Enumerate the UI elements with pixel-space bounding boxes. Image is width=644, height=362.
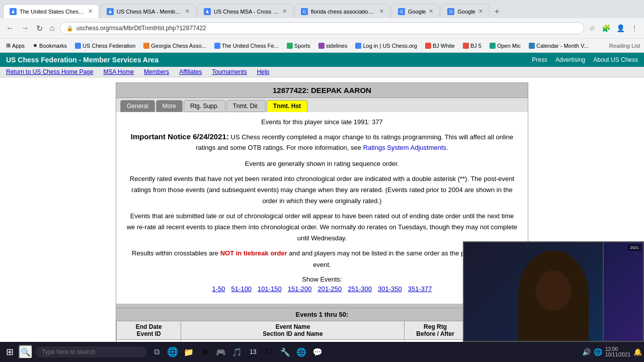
tiebreak-highlight: NOT in tiebreak order: [220, 249, 287, 257]
tab-1[interactable]: ♟ The United States Chess Fe... ✕: [3, 4, 99, 18]
tab-6[interactable]: G Google ✕: [441, 4, 489, 18]
bookmark-bjwhite[interactable]: BJ White: [423, 42, 457, 50]
bookmark-bj5[interactable]: BJ 5: [461, 42, 484, 50]
bookmark-login[interactable]: Log in | US Chess.org: [353, 42, 419, 50]
taskbar-notification-icon[interactable]: 🔔: [633, 348, 642, 356]
tab-close-6[interactable]: ✕: [478, 8, 483, 15]
bookmark-calendar[interactable]: Calendar - Month V...: [527, 42, 591, 50]
taskbar-search-button[interactable]: 🔍: [19, 345, 33, 359]
bookmark-georgia[interactable]: Georgia Chess Asso...: [141, 42, 208, 50]
col-reg-rtg: Reg Rtg Before / After: [405, 321, 466, 339]
tab-3[interactable]: ♟ US Chess MSA - Cross Table... ✕: [197, 4, 293, 18]
bookmark-star-button[interactable]: ☆: [587, 23, 598, 33]
tab-tnmt-dir[interactable]: Tnmt. Dir.: [226, 100, 266, 112]
important-notice-title: Important Notice 6/24/2021:: [131, 132, 229, 141]
header-link-press[interactable]: Press: [532, 56, 547, 63]
taskbar-chrome[interactable]: 🌐: [166, 345, 180, 359]
page-link-301-350[interactable]: 301-350: [378, 285, 402, 293]
ratings-system-link[interactable]: Ratings System Adjustments: [363, 144, 446, 151]
tab-favicon-5: G: [398, 8, 405, 15]
reload-button[interactable]: ↻: [34, 23, 45, 34]
header-link-advertising[interactable]: Advertising: [555, 56, 585, 63]
taskbar-explorer[interactable]: 📁: [182, 345, 196, 359]
login-favicon: [355, 43, 361, 49]
profile-button[interactable]: 👤: [614, 23, 627, 33]
page-link-251-300[interactable]: 251-300: [348, 285, 372, 293]
forward-button[interactable]: →: [19, 23, 31, 34]
taskbar-numbers[interactable]: 13: [246, 345, 260, 359]
tab-4[interactable]: G florida chess association - ... ✕: [294, 4, 390, 18]
bookmark-sports[interactable]: Sports: [285, 42, 312, 50]
tab-more[interactable]: More: [156, 100, 183, 112]
taskbar-right: 🔊 🌐 12:0010/11/2021 🔔: [582, 346, 642, 357]
bookmark-united[interactable]: The United Chess Fe...: [212, 42, 281, 50]
reading-list-button[interactable]: Reading List: [609, 43, 640, 49]
back-button[interactable]: ←: [4, 23, 16, 34]
tab-5[interactable]: G Google ✕: [391, 4, 440, 18]
nav-help[interactable]: Help: [257, 68, 270, 75]
tab-close-5[interactable]: ✕: [429, 8, 433, 15]
taskbar-mail[interactable]: ✉: [198, 345, 212, 359]
col-event-name: Event Name Section ID and Name: [181, 321, 405, 339]
menu-button[interactable]: ⋮: [629, 23, 640, 33]
nav-tournaments[interactable]: Tournaments: [212, 68, 247, 75]
bookmarks-bar: ⊞ Apps ★ Bookmarks US Chess Federation G…: [0, 38, 644, 52]
taskbar-music[interactable]: 🎵: [230, 345, 244, 359]
tab-2[interactable]: ♟ US Chess MSA - Member D... ✕: [100, 4, 196, 18]
bookmark-uschess[interactable]: US Chess Federation: [73, 42, 137, 50]
tab-close-2[interactable]: ✕: [185, 8, 190, 15]
bookmark-uschess-label: US Chess Federation: [83, 43, 135, 49]
start-button[interactable]: ⊞: [2, 344, 18, 359]
page-link-101-150[interactable]: 101-150: [258, 285, 282, 293]
bookmark-openmic[interactable]: Open Mic: [488, 42, 523, 50]
nav-return-home[interactable]: Return to US Chess Home Page: [6, 68, 93, 75]
nav-bar: Return to US Chess Home Page MSA Home Me…: [0, 67, 644, 77]
bookmark-bookmarks[interactable]: ★ Bookmarks: [31, 41, 69, 50]
page-link-51-100[interactable]: 51-100: [231, 285, 252, 293]
taskbar-task-view[interactable]: ⧉: [149, 345, 164, 359]
taskbar-tools[interactable]: 🔧: [278, 345, 292, 359]
tab-rtg-supp[interactable]: Rtg. Supp.: [184, 100, 225, 112]
nav-members[interactable]: Members: [144, 68, 169, 75]
extensions-button[interactable]: 🧩: [600, 23, 612, 33]
tab-title-4: florida chess association - ...: [311, 9, 376, 15]
address-bar-row: ← → ↻ ⌂ 🔒 uschess.org/msa/MbrDtlTnmtHst.…: [0, 18, 644, 38]
tab-title-1: The United States Chess Fe...: [20, 9, 85, 15]
page-link-1-50[interactable]: 1-50: [212, 285, 225, 293]
header-link-about[interactable]: About US Chess: [593, 56, 638, 63]
taskbar-clock: 12:0010/11/2021: [605, 346, 630, 357]
taskbar-browser2[interactable]: 🌐: [294, 345, 308, 359]
page-link-201-250[interactable]: 201-250: [318, 285, 342, 293]
col-end-date: End Date Event ID: [117, 321, 181, 339]
bookmark-apps[interactable]: ⊞ Apps: [4, 41, 27, 50]
bookmark-sidelines[interactable]: sidelines: [316, 42, 350, 50]
video-person: 2021: [464, 242, 643, 341]
bookmark-united-label: The United Chess Fe...: [222, 43, 279, 49]
taskbar-chat[interactable]: 💬: [310, 345, 325, 359]
page-link-151-200[interactable]: 151-200: [288, 285, 312, 293]
taskbar-game[interactable]: 🎮: [214, 345, 228, 359]
new-tab-button[interactable]: +: [491, 5, 503, 18]
address-text: uschess.org/msa/MbrDtlTnmtHst.php?128774…: [76, 25, 578, 32]
tab-close-4[interactable]: ✕: [379, 8, 384, 15]
taskbar-network-icon[interactable]: 🌐: [594, 348, 602, 356]
nav-msa-home[interactable]: MSA Home: [103, 68, 134, 75]
taskbar-search-input[interactable]: [36, 346, 146, 357]
video-overlay-text: 2021: [628, 244, 641, 251]
home-button[interactable]: ⌂: [48, 23, 57, 34]
page-link-351-377[interactable]: 351-377: [408, 285, 432, 293]
taskbar-volume-icon[interactable]: 🔊: [582, 348, 591, 356]
bookmark-sports-label: Sports: [294, 43, 310, 49]
tab-favicon-6: G: [447, 8, 454, 15]
site-header: US Chess Federation - Member Services Ar…: [0, 53, 644, 67]
tab-close-3[interactable]: ✕: [282, 8, 287, 15]
important-notice-text: US Chess recently completed a major chan…: [196, 133, 513, 151]
tab-general[interactable]: General: [120, 100, 155, 112]
nav-affiliates[interactable]: Affiliates: [179, 68, 202, 75]
tab-close-1[interactable]: ✕: [88, 8, 93, 15]
show-events: Show Events: 1-50 51-100 101-150 151-200…: [126, 276, 518, 293]
tab-tnmt-hst[interactable]: Tnmt. Hst: [267, 100, 307, 112]
bookmark-apps-label: Apps: [12, 43, 25, 49]
address-bar[interactable]: 🔒 uschess.org/msa/MbrDtlTnmtHst.php?1287…: [60, 22, 584, 34]
taskbar-shield[interactable]: 🛡: [262, 345, 276, 359]
